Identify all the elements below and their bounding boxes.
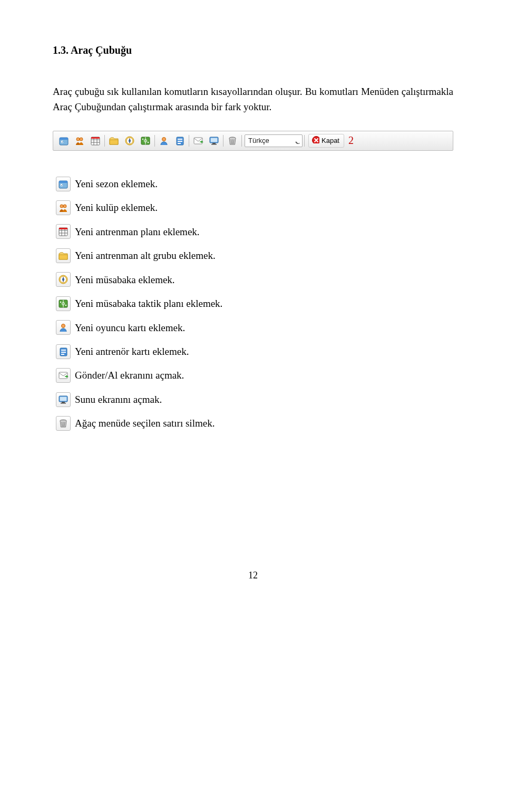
section-heading: 1.3. Araç Çubuğu — [53, 42, 453, 59]
desc-row-plan: Yeni antrenman planı eklemek. — [56, 224, 453, 239]
language-value: Türkçe — [248, 136, 269, 146]
transfer-icon — [56, 368, 71, 383]
desc-row-season: Yeni sezon eklemek. — [56, 176, 453, 191]
desc-text: Yeni müsabaka eklemek. — [75, 272, 175, 287]
desc-row-coach: Yeni antrenör kartı eklemek. — [56, 344, 453, 359]
coach-icon — [174, 136, 185, 146]
coach-icon — [56, 344, 71, 359]
tb-new-tactic[interactable] — [138, 133, 153, 148]
toolbar-separator — [189, 135, 189, 147]
desc-row-player: Yeni oyuncu kartı eklemek. — [56, 320, 453, 335]
folder-icon — [109, 136, 119, 146]
tb-new-plan[interactable] — [88, 133, 103, 148]
player-icon — [159, 136, 169, 146]
tactic-icon — [140, 136, 151, 146]
desc-text: Yeni sezon eklemek. — [75, 176, 158, 191]
toolbar-separator — [241, 135, 242, 147]
club-icon — [56, 200, 71, 215]
tb-new-coach[interactable] — [172, 133, 187, 148]
desc-row-tactic: Yeni müsabaka taktik planı eklemek. — [56, 296, 453, 311]
tb-new-season[interactable] — [56, 133, 71, 148]
desc-text: Yeni oyuncu kartı eklemek. — [75, 320, 185, 335]
intro-paragraph: Araç çubuğu sık kullanılan komutların kı… — [53, 84, 453, 115]
desc-text: Yeni antrenman alt grubu eklemek. — [75, 248, 216, 263]
desc-text: Yeni kulüp eklemek. — [75, 200, 158, 215]
compass-icon — [124, 136, 135, 146]
tb-transfer[interactable] — [191, 133, 206, 148]
tactic-icon — [56, 296, 71, 311]
plan-icon — [56, 224, 71, 239]
season-icon — [56, 177, 71, 191]
desc-row-club: Yeni kulüp eklemek. — [56, 200, 453, 215]
chevron-down-icon — [293, 137, 300, 144]
toolbar-separator — [154, 135, 155, 147]
close-icon — [311, 135, 319, 147]
toolbar-separator — [304, 135, 305, 147]
folder-icon — [56, 248, 71, 263]
player-icon — [56, 320, 71, 335]
page-number: 12 — [53, 568, 453, 583]
desc-text: Yeni müsabaka taktik planı eklemek. — [75, 296, 222, 311]
trash-icon — [56, 416, 71, 431]
tb-presentation[interactable] — [207, 133, 221, 148]
desc-row-subgroup: Yeni antrenman alt grubu eklemek. — [56, 248, 453, 263]
callout-number: 2 — [348, 132, 354, 149]
season-icon — [59, 136, 69, 146]
desc-text: Sunu ekranını açmak. — [75, 392, 162, 407]
club-icon — [74, 136, 85, 146]
tb-new-subgroup[interactable] — [106, 133, 121, 148]
close-button[interactable]: Kapat — [308, 134, 344, 148]
monitor-icon — [56, 392, 71, 407]
tb-new-match[interactable] — [122, 133, 137, 148]
tb-new-club[interactable] — [72, 133, 87, 148]
compass-icon — [56, 272, 71, 287]
desc-text: Ağaç menüde seçilen satırı silmek. — [75, 415, 215, 431]
desc-row-match: Yeni müsabaka eklemek. — [56, 272, 453, 287]
trash-icon — [227, 136, 238, 146]
desc-row-presentation: Sunu ekranını açmak. — [56, 392, 453, 407]
transfer-icon — [193, 136, 203, 146]
language-select[interactable]: Türkçe — [245, 134, 303, 147]
toolbar-separator — [223, 135, 223, 147]
toolbar-separator — [104, 135, 105, 147]
tb-new-player[interactable] — [157, 133, 171, 148]
desc-row-transfer: Gönder/Al ekranını açmak. — [56, 368, 453, 383]
desc-text: Yeni antrenör kartı eklemek. — [75, 344, 189, 359]
plan-icon — [90, 136, 101, 146]
close-label: Kapat — [322, 136, 339, 146]
toolbar: Türkçe Kapat 2 — [53, 131, 453, 151]
tb-delete[interactable] — [225, 133, 240, 148]
desc-text: Gönder/Al ekranını açmak. — [75, 368, 184, 383]
icon-description-list: Yeni sezon eklemek. Yeni kulüp eklemek. … — [53, 176, 453, 431]
desc-text: Yeni antrenman planı eklemek. — [75, 224, 200, 239]
desc-row-delete: Ağaç menüde seçilen satırı silmek. — [56, 415, 453, 431]
monitor-icon — [209, 136, 219, 146]
